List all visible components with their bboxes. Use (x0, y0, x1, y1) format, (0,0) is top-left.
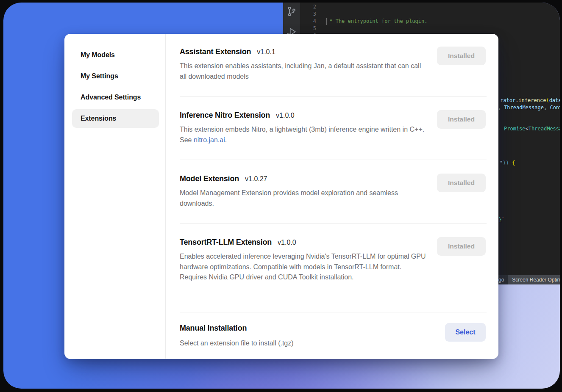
sidebar-item-label: My Settings (81, 72, 118, 80)
extension-title: Manual Installation (180, 324, 247, 333)
divider (180, 160, 487, 160)
extension-description: Enables accelerated inference leveraging… (180, 251, 428, 283)
extensions-panel: Assistant Extension v1.0.1 This extensio… (180, 34, 498, 359)
extension-version: v1.0.27 (245, 175, 267, 183)
settings-card: My Models My Settings Advanced Settings … (64, 34, 498, 359)
hero-canvas: 2 3 4 5 6 * The entrypoint for the plugi… (3, 3, 560, 389)
extension-title: TensortRT-LLM Extension (180, 238, 272, 247)
extension-entry-assistant: Assistant Extension v1.0.1 This extensio… (180, 47, 486, 82)
extension-title: Assistant Extension (180, 47, 251, 56)
code-fragment-parens: ")) { (500, 160, 515, 167)
text-cursor (326, 18, 327, 25)
extension-entry-inference-nitro: Inference Nitro Extension v1.0.0 This ex… (180, 111, 486, 145)
extension-version: v1.0.0 (278, 239, 296, 246)
select-file-button[interactable]: Select (445, 323, 486, 342)
extension-title: Inference Nitro Extension (180, 111, 270, 120)
sidebar-item-label: Advanced Settings (81, 94, 141, 101)
code-line-2: * The entrypoint for the plugin. (326, 18, 560, 25)
sidebar-item-label: Extensions (81, 115, 116, 122)
extension-description: Model Management Extension provides mode… (180, 188, 428, 209)
extension-version: v1.0.0 (276, 112, 295, 119)
code-fragment-inference: rator.inference(data)); (500, 97, 560, 104)
divider (180, 223, 487, 224)
sidebar-item-my-models[interactable]: My Models (72, 46, 159, 64)
divider (180, 96, 487, 97)
sidebar-item-my-settings[interactable]: My Settings (72, 67, 159, 86)
sidebar-item-label: My Models (81, 51, 115, 59)
extension-entry-model: Model Extension v1.0.27 Model Management… (180, 174, 486, 209)
sidebar-item-extensions[interactable]: Extensions (72, 109, 159, 128)
code-fragment-promise: Promise<ThreadMessage> (504, 125, 560, 133)
installed-button[interactable]: Installed (437, 174, 486, 192)
nitro-jan-ai-link[interactable]: nitro.jan.ai (194, 136, 225, 144)
status-bar-left-text: go (498, 277, 504, 283)
extension-version: v1.0.1 (257, 48, 275, 56)
sidebar-item-advanced-settings[interactable]: Advanced Settings (72, 88, 159, 107)
settings-sidebar: My Models My Settings Advanced Settings … (64, 34, 166, 359)
installed-button[interactable]: Installed (437, 47, 486, 65)
installed-button[interactable]: Installed (437, 237, 486, 256)
extension-description: Select an extension file to install (.tg… (180, 338, 428, 349)
extension-entry-tensorrt-llm: TensortRT-LLM Extension v1.0.0 Enables a… (180, 238, 486, 283)
extension-description: This extension embeds Nitro, a lightweig… (180, 124, 428, 145)
extension-title: Model Extension (180, 174, 239, 183)
source-control-icon[interactable] (286, 6, 297, 17)
status-bar-screen-reader-item[interactable]: Screen Reader Optimized (508, 275, 560, 284)
installed-button[interactable]: Installed (437, 110, 486, 129)
divider (180, 312, 487, 312)
manual-installation-entry: Manual Installation Select an extension … (180, 324, 486, 349)
extension-description: This extension enables assistants, inclu… (180, 61, 428, 82)
